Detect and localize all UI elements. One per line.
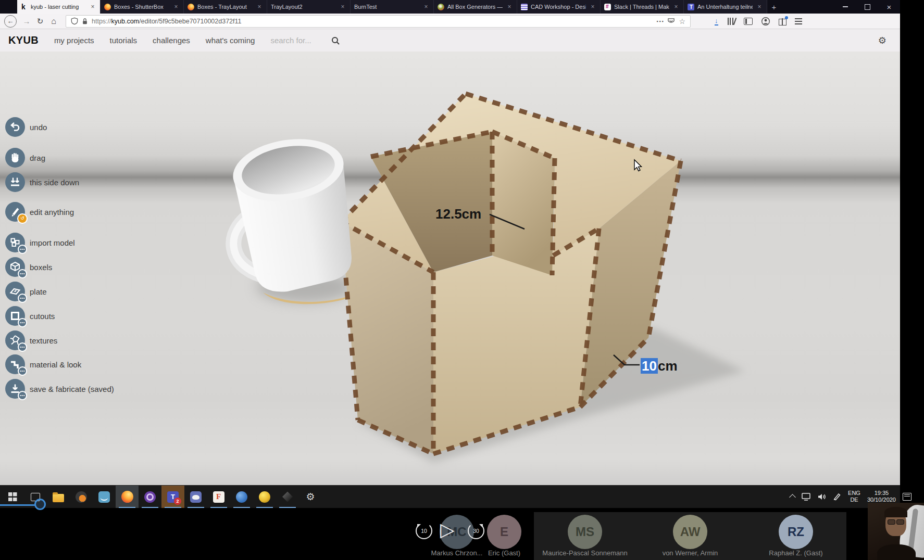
tab-teams[interactable]: An Unterhaltung teilneh xyxy=(684,0,767,14)
app-yellow-sphere-button[interactable] xyxy=(253,486,276,508)
dimension-value-selected[interactable]: 10 xyxy=(641,358,658,374)
clock[interactable]: 19:35 30/10/2020 xyxy=(867,490,896,503)
3d-scene[interactable] xyxy=(0,52,900,485)
tab-slack[interactable]: Slack | Threads | Makers xyxy=(601,0,684,14)
app-blue-sphere-button[interactable] xyxy=(230,486,253,508)
tool-drag[interactable]: drag xyxy=(5,148,45,168)
tab-cad-workshop[interactable]: CAD Workshop - Desig xyxy=(517,0,601,14)
hamburger-menu-icon[interactable] xyxy=(795,18,802,24)
teams-button[interactable]: 2 xyxy=(161,486,184,508)
forward-30-button[interactable]: 30 xyxy=(468,523,484,539)
tray-expand-chevron-icon[interactable] xyxy=(789,494,796,501)
tool-import-model[interactable]: import model xyxy=(5,233,75,252)
new-tab-button[interactable] xyxy=(767,0,781,14)
firefox-favicon-icon xyxy=(188,4,194,10)
app-dark-orange-button[interactable] xyxy=(70,486,93,508)
tool-save-fabricate[interactable]: save & fabricate (saved) xyxy=(5,379,114,399)
search-icon[interactable] xyxy=(331,36,340,45)
discord-button[interactable] xyxy=(184,486,207,508)
whats-new-gift-icon[interactable] xyxy=(779,19,786,26)
tab-close-icon[interactable] xyxy=(589,3,596,10)
tool-textures[interactable]: textures xyxy=(5,330,57,350)
pocket-icon[interactable] xyxy=(667,18,675,25)
url-bar[interactable]: https://kyub.com/editor/5f9c5bebe7071000… xyxy=(66,15,691,28)
pipe-icon xyxy=(5,354,25,374)
search-input[interactable] xyxy=(269,35,331,45)
home-button[interactable] xyxy=(47,15,60,28)
page-actions-icon[interactable] xyxy=(656,17,664,26)
reload-button[interactable] xyxy=(33,15,47,28)
firefox-button[interactable] xyxy=(116,486,139,508)
tool-this-side-down[interactable]: this side down xyxy=(5,172,79,192)
action-center-icon[interactable] xyxy=(903,493,911,501)
downloads-button[interactable] xyxy=(715,17,718,26)
tab-close-icon[interactable] xyxy=(672,3,680,10)
tool-edit-anything[interactable]: edit anything xyxy=(5,202,74,222)
nav-tutorials[interactable]: tutorials xyxy=(110,36,138,45)
tool-cutouts[interactable]: cutouts xyxy=(5,306,55,326)
dimension-label-width[interactable]: 10cm xyxy=(641,358,678,374)
forward-button[interactable] xyxy=(20,15,33,28)
dimension-label-height[interactable]: 12.5cm xyxy=(435,206,481,222)
language-indicator[interactable]: ENG DE xyxy=(848,490,860,503)
video-progress-knob[interactable] xyxy=(34,499,46,510)
minimize-button[interactable] xyxy=(834,0,856,14)
tracking-shield-icon[interactable] xyxy=(71,17,78,25)
kyub-logo[interactable]: KYUB xyxy=(8,34,39,46)
tab-bar-spacer xyxy=(0,0,17,14)
network-icon[interactable] xyxy=(802,493,810,501)
tool-label: undo xyxy=(30,123,47,132)
tab-kyub[interactable]: kyub - laser cutting xyxy=(17,0,101,14)
volume-icon[interactable] xyxy=(817,493,826,501)
tab-close-icon[interactable] xyxy=(172,3,180,10)
tool-boxels[interactable]: boxels xyxy=(5,257,52,277)
tab-box-generators[interactable]: All Box Generators — b xyxy=(434,0,517,14)
nav-challenges[interactable]: challenges xyxy=(153,36,190,45)
video-progress-bar[interactable] xyxy=(0,504,35,506)
settings-button[interactable] xyxy=(299,486,322,508)
tab-shutterbox[interactable]: Boxes - ShutterBox xyxy=(101,0,184,14)
rewind-10-button[interactable]: 10 xyxy=(416,523,432,539)
app-blue-wave-button[interactable] xyxy=(93,486,116,508)
url-scheme: https:// xyxy=(92,18,111,25)
app-purple-button[interactable] xyxy=(139,486,161,508)
tab-close-icon[interactable] xyxy=(89,3,96,10)
back-button[interactable] xyxy=(4,15,17,28)
teams-notification-badge: 2 xyxy=(174,498,181,505)
f-app-icon xyxy=(213,491,224,503)
editor-viewport[interactable]: 12.5cm 10cm undo drag this side down xyxy=(0,52,900,485)
tab-close-icon[interactable] xyxy=(756,3,763,10)
pen-icon[interactable] xyxy=(833,492,841,501)
tool-material-look[interactable]: material & look xyxy=(5,354,81,374)
tab-burntest[interactable]: BurnTest xyxy=(351,0,434,14)
tab-traylayout2[interactable]: TrayLayout2 xyxy=(267,0,351,14)
sidebar-toggle-icon[interactable] xyxy=(744,18,753,25)
bookmark-star-icon[interactable] xyxy=(679,17,685,26)
nav-my-projects[interactable]: my projects xyxy=(54,36,94,45)
blue-sphere-app-icon xyxy=(236,491,247,503)
discord-icon xyxy=(190,491,202,503)
settings-gear-icon[interactable] xyxy=(878,35,886,46)
tab-traylayout[interactable]: Boxes - TrayLayout xyxy=(184,0,267,14)
dimension-unit: cm xyxy=(658,358,678,374)
dark-diamond-app-icon xyxy=(282,492,293,502)
file-explorer-button[interactable] xyxy=(47,486,70,508)
app-diamond-button[interactable] xyxy=(276,486,299,508)
tool-undo[interactable]: undo xyxy=(5,117,47,137)
play-button[interactable] xyxy=(440,520,455,539)
tool-label: import model xyxy=(30,238,75,247)
mug-model[interactable] xyxy=(218,132,362,299)
nav-whats-coming[interactable]: what's coming xyxy=(206,36,255,45)
library-icon[interactable] xyxy=(728,18,736,25)
account-icon[interactable] xyxy=(761,17,770,26)
tab-close-icon[interactable] xyxy=(256,3,263,10)
avatar-initials: MS xyxy=(576,525,594,539)
close-button[interactable] xyxy=(878,0,900,14)
maximize-button[interactable] xyxy=(856,0,878,14)
tab-close-icon[interactable] xyxy=(422,3,430,10)
lock-icon[interactable] xyxy=(82,18,88,25)
tool-plate[interactable]: plate xyxy=(5,282,47,301)
tab-close-icon[interactable] xyxy=(339,3,346,10)
tab-close-icon[interactable] xyxy=(506,3,513,10)
app-f-button[interactable] xyxy=(207,486,230,508)
